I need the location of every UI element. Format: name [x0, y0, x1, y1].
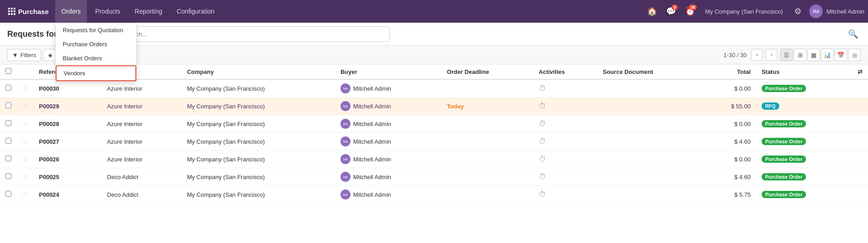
- row-star-cell[interactable]: ☆: [17, 151, 34, 168]
- search-input[interactable]: [118, 26, 390, 42]
- col-company[interactable]: Company: [182, 64, 335, 79]
- col-status[interactable]: Status: [756, 64, 852, 79]
- table-row: ☆ P00024 Deco Addict My Company (San Fra…: [0, 186, 868, 204]
- row-reference[interactable]: P00030: [34, 79, 101, 97]
- col-activities[interactable]: Activities: [533, 64, 598, 79]
- col-settings-icon[interactable]: ⇄: [852, 64, 868, 79]
- table-row: ☆ P00025 Deco Addict My Company (San Fra…: [0, 168, 868, 186]
- row-checkbox[interactable]: [5, 102, 11, 108]
- row-reference[interactable]: P00028: [34, 115, 101, 133]
- activity-clock-icon[interactable]: ⏱: [539, 155, 546, 163]
- select-all-checkbox[interactable]: [5, 68, 11, 74]
- activity-clock-icon[interactable]: ⏱: [539, 173, 546, 180]
- row-checkbox-cell[interactable]: [0, 151, 17, 168]
- prev-page-button[interactable]: ‹: [751, 49, 763, 61]
- row-star-cell[interactable]: ☆: [17, 168, 34, 186]
- activity-clock-icon[interactable]: ⏱: [539, 137, 546, 145]
- activity-icon-btn[interactable]: ⏰ 38: [682, 4, 698, 19]
- row-activities[interactable]: ⏱: [533, 97, 598, 115]
- favorite-star-icon[interactable]: ☆: [22, 120, 28, 127]
- status-badge: Purchase Order: [762, 120, 806, 127]
- dropdown-vendors[interactable]: Vendors: [56, 65, 136, 81]
- activity-clock-icon[interactable]: ⏱: [539, 120, 546, 127]
- row-activities[interactable]: ⏱: [533, 168, 598, 186]
- row-reference[interactable]: P00026: [34, 151, 101, 168]
- activity-clock-icon[interactable]: ⏱: [539, 190, 546, 198]
- row-checkbox-cell[interactable]: [0, 186, 17, 204]
- row-star-cell[interactable]: ☆: [17, 97, 34, 115]
- row-checkbox-cell[interactable]: [0, 133, 17, 151]
- company-name[interactable]: My Company (San Francisco): [701, 8, 786, 15]
- settings-icon-btn[interactable]: ⚙: [790, 4, 806, 19]
- row-deadline: [441, 115, 533, 133]
- row-activities[interactable]: ⏱: [533, 133, 598, 151]
- row-checkbox[interactable]: [5, 156, 11, 161]
- avatar-initials: MA: [813, 9, 820, 14]
- dropdown-purchase-orders[interactable]: Purchase Orders: [56, 37, 136, 51]
- column-settings-icon[interactable]: ⇄: [858, 68, 863, 75]
- row-activities[interactable]: ⏱: [533, 186, 598, 204]
- calendar-view-button[interactable]: 📅: [834, 49, 847, 61]
- row-star-cell[interactable]: ☆: [17, 115, 34, 133]
- user-name[interactable]: Mitchell Admin: [826, 8, 864, 15]
- activity-view-button[interactable]: ◎: [848, 49, 861, 61]
- row-checkbox-cell[interactable]: [0, 97, 17, 115]
- row-checkbox[interactable]: [5, 85, 11, 91]
- row-reference[interactable]: P00027: [34, 133, 101, 151]
- home-icon-btn[interactable]: 🏠: [644, 4, 660, 19]
- select-all-checkbox-cell[interactable]: [0, 64, 17, 79]
- nav-reporting[interactable]: Reporting: [129, 0, 169, 23]
- kanban-view-button[interactable]: ⊞: [794, 49, 806, 61]
- row-reference[interactable]: P00024: [34, 186, 101, 204]
- row-star-cell[interactable]: ☆: [17, 79, 34, 97]
- dropdown-blanket-orders[interactable]: Blanket Orders: [56, 51, 136, 65]
- favorite-star-icon[interactable]: ☆: [22, 190, 28, 198]
- dropdown-rfq[interactable]: Requests for Quotation: [56, 23, 136, 37]
- row-checkbox-cell[interactable]: [0, 115, 17, 133]
- row-activities[interactable]: ⏱: [533, 151, 598, 168]
- row-star-cell[interactable]: ☆: [17, 133, 34, 151]
- row-checkbox-cell[interactable]: [0, 168, 17, 186]
- row-reference[interactable]: P00029: [34, 97, 101, 115]
- row-checkbox[interactable]: [5, 173, 11, 179]
- row-reference[interactable]: P00025: [34, 168, 101, 186]
- favorite-star-icon[interactable]: ☆: [22, 84, 28, 92]
- row-activities[interactable]: ⏱: [533, 79, 598, 97]
- row-star-cell[interactable]: ☆: [17, 186, 34, 204]
- activity-clock-icon[interactable]: ⏱: [539, 102, 546, 110]
- buyer-avatar: MA: [340, 136, 350, 146]
- favorite-star-icon[interactable]: ☆: [22, 102, 28, 110]
- chat-icon-btn[interactable]: 💬 5: [663, 4, 679, 19]
- navbar-right: 🏠 💬 5 ⏰ 38 My Company (San Francisco) ⚙ …: [644, 4, 864, 19]
- filters-button[interactable]: ▼ Filters: [7, 49, 41, 61]
- col-source[interactable]: Source Document: [597, 64, 703, 79]
- nav-orders[interactable]: Orders Requests for Quotation Purchase O…: [55, 0, 87, 23]
- grid-view-button[interactable]: ▦: [807, 49, 820, 61]
- row-checkbox-cell[interactable]: [0, 79, 17, 97]
- nav-products[interactable]: Products: [89, 0, 126, 23]
- avatar[interactable]: MA: [809, 5, 823, 18]
- col-deadline[interactable]: Order Deadline: [441, 64, 533, 79]
- next-page-button[interactable]: ›: [766, 49, 777, 61]
- nav-configuration[interactable]: Configuration: [170, 0, 221, 23]
- search-icon-btn[interactable]: 🔍: [845, 26, 861, 42]
- brand[interactable]: Purchase: [4, 8, 53, 15]
- row-checkbox[interactable]: [5, 138, 11, 144]
- row-company: My Company (San Francisco): [182, 151, 335, 168]
- favorite-star-icon[interactable]: ☆: [22, 155, 28, 163]
- chart-view-button[interactable]: 📊: [821, 49, 834, 61]
- row-checkbox[interactable]: [5, 120, 11, 126]
- col-buyer[interactable]: Buyer: [335, 64, 441, 79]
- activity-clock-icon[interactable]: ⏱: [539, 84, 546, 92]
- favorite-star-icon[interactable]: ☆: [22, 137, 28, 145]
- row-activities[interactable]: ⏱: [533, 115, 598, 133]
- row-checkbox[interactable]: [5, 191, 11, 197]
- list-view-button[interactable]: ☰: [780, 49, 793, 61]
- row-company: My Company (San Francisco): [182, 97, 335, 115]
- col-total[interactable]: Total: [703, 64, 756, 79]
- row-buyer: MA Mitchell Admin: [335, 133, 441, 151]
- favorite-star-icon[interactable]: ☆: [22, 173, 28, 180]
- wrench-icon: ⚙: [794, 6, 801, 16]
- table-row: ☆ P00026 Azure Interior My Company (San …: [0, 151, 868, 168]
- row-deadline: [441, 168, 533, 186]
